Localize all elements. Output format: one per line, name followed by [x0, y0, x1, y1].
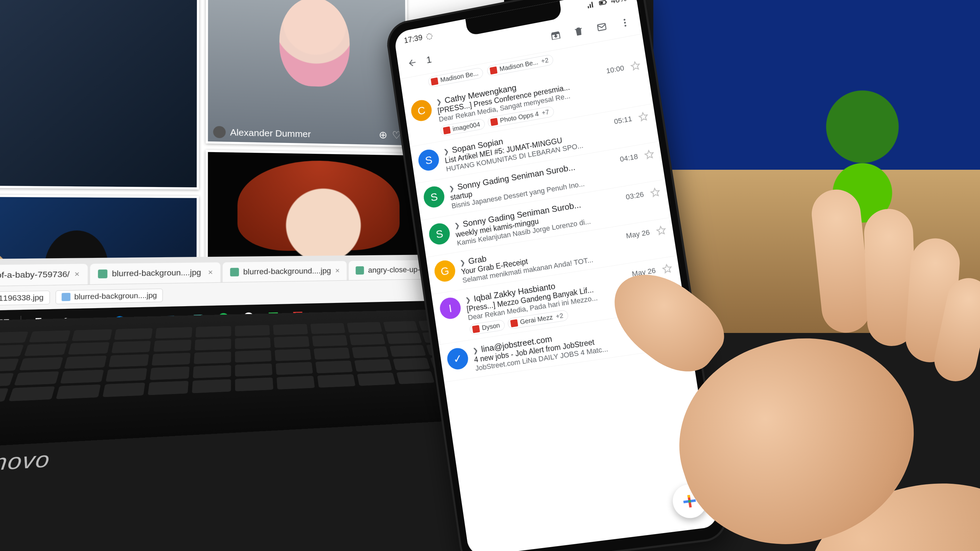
- mark-unread-button[interactable]: [592, 17, 611, 37]
- keyboard-key: [56, 384, 100, 399]
- archive-button[interactable]: [546, 26, 565, 46]
- plus-multicolor-icon: [681, 493, 698, 510]
- attachment-more: +2: [541, 57, 549, 65]
- svg-point-24: [624, 22, 626, 24]
- keyboard-key: [193, 365, 231, 378]
- keyboard-key: [277, 376, 315, 389]
- stock-photo[interactable]: [0, 194, 199, 259]
- star-icon[interactable]: [644, 149, 655, 160]
- keyboard-key: [0, 359, 19, 372]
- status-app-icon: ◌: [425, 31, 433, 41]
- keyboard-key: [9, 386, 55, 401]
- star-icon[interactable]: [638, 111, 649, 122]
- attachment-label: Gerai Mezz: [519, 313, 553, 326]
- back-button[interactable]: [403, 53, 422, 73]
- overflow-icon: [619, 17, 631, 29]
- image-file-icon: [510, 319, 518, 327]
- download-item[interactable]: blurred-backgroun....jpg: [55, 289, 163, 304]
- keyboard-key: [274, 336, 310, 348]
- keyboard-key: [64, 356, 107, 369]
- sender-avatar[interactable]: S: [428, 222, 451, 246]
- attachment-chip[interactable]: Dyson: [469, 319, 505, 335]
- keyboard-key: [68, 342, 110, 354]
- expand-caret-icon: ❯: [436, 98, 442, 106]
- browser-tab[interactable]: blurred-background....jpg ×: [223, 261, 347, 282]
- keyboard-key: [383, 321, 418, 332]
- keyboard-key: [29, 330, 71, 342]
- star-button[interactable]: [662, 263, 673, 274]
- delete-button[interactable]: [569, 22, 588, 41]
- svg-rect-20: [600, 2, 603, 4]
- keyboard-key: [153, 340, 191, 352]
- keyboard-key: [102, 383, 145, 397]
- star-icon[interactable]: [655, 225, 667, 236]
- star-icon[interactable]: [662, 263, 673, 274]
- stock-photo[interactable]: [0, 0, 199, 190]
- selection-count: 1: [426, 54, 432, 65]
- expand-caret-icon: ❯: [443, 147, 450, 156]
- keyboard-key: [72, 329, 112, 341]
- author-avatar-icon: [213, 126, 226, 138]
- keyboard-key: [151, 353, 191, 365]
- tab-favicon-icon: [230, 268, 239, 276]
- expand-caret-icon: ❯: [449, 184, 455, 192]
- star-icon[interactable]: [649, 187, 661, 198]
- star-button[interactable]: [649, 187, 661, 198]
- star-button[interactable]: [638, 111, 649, 122]
- attachment-label: Photo Opps 4: [500, 110, 539, 124]
- tab-close-icon[interactable]: ×: [75, 269, 80, 279]
- sender-avatar[interactable]: S: [417, 148, 440, 172]
- add-icon[interactable]: ⊕: [379, 129, 387, 141]
- expand-caret-icon: ❯: [473, 346, 479, 354]
- keyboard-key: [19, 357, 64, 370]
- sender-avatar[interactable]: I: [438, 296, 462, 320]
- star-icon[interactable]: [669, 315, 681, 326]
- overflow-button[interactable]: [615, 13, 635, 33]
- stock-photo[interactable]: Alexander Dummer ⊕ ♡: [206, 0, 408, 147]
- download-item[interactable]: ...a-furtado-1196338.jpg: [0, 291, 50, 306]
- sender-avatar[interactable]: ✓: [446, 347, 470, 371]
- scene: Alexander Dummer ⊕ ♡: [0, 0, 980, 551]
- sender-avatar[interactable]: S: [422, 185, 446, 209]
- image-file-icon: [472, 325, 480, 333]
- svg-rect-29: [687, 495, 690, 497]
- mail-list[interactable]: C❯Cathy Mewengkang10:00[PRESS...] Press …: [403, 53, 719, 551]
- keyboard-key: [312, 335, 348, 347]
- keyboard-key: [0, 345, 24, 357]
- expand-caret-icon: ❯: [465, 295, 471, 304]
- keyboard-key: [235, 377, 274, 391]
- star-button[interactable]: [630, 60, 641, 71]
- attachment-label: Dyson: [482, 322, 500, 332]
- browser-tab[interactable]: ...graphy-of-a-baby-759736/ ×: [0, 264, 88, 287]
- author-name: Alexander Dummer: [230, 127, 311, 140]
- keyboard-key: [350, 334, 385, 345]
- battery-icon: [598, 0, 608, 8]
- arrow-left-icon: [407, 57, 418, 68]
- keyboard-key: [150, 367, 189, 380]
- tab-close-icon[interactable]: ×: [335, 266, 340, 275]
- sender-avatar[interactable]: C: [410, 98, 433, 123]
- tab-close-icon[interactable]: ×: [208, 268, 213, 277]
- expand-caret-icon: ❯: [454, 221, 460, 229]
- keyboard-key: [355, 359, 392, 372]
- status-battery-pct: 46%: [610, 0, 627, 6]
- keyboard-key: [315, 360, 353, 373]
- keyboard-key: [317, 374, 355, 387]
- keyboard-key: [357, 372, 395, 386]
- star-button[interactable]: [669, 315, 681, 326]
- star-button[interactable]: [644, 149, 655, 160]
- sender-avatar[interactable]: G: [433, 259, 457, 283]
- keyboard-key: [195, 326, 231, 338]
- stock-photo[interactable]: [205, 150, 429, 259]
- laptop-brand-label: Lenovo: [0, 446, 52, 478]
- photo-actions: ⊕ ♡: [379, 129, 401, 141]
- star-icon[interactable]: [630, 60, 641, 71]
- star-button[interactable]: [655, 225, 667, 236]
- keyboard-key: [108, 354, 149, 367]
- keyboard-key: [0, 388, 9, 403]
- archive-icon: [550, 30, 562, 42]
- browser-tab[interactable]: blurred-backgroun....jpg ×: [90, 262, 220, 284]
- keyboard-key: [0, 373, 14, 387]
- photo-author[interactable]: Alexander Dummer: [213, 126, 311, 140]
- image-file-icon: [443, 126, 451, 135]
